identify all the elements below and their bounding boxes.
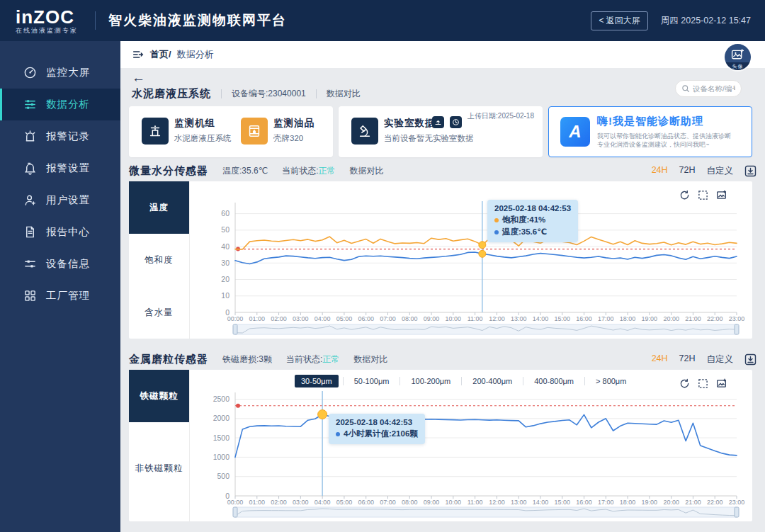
tooltip-timestamp: 2025-02-18 04:42:53 (336, 418, 418, 426)
sidebar-item-4[interactable]: 用户设置 (0, 184, 120, 216)
datazoom-handle[interactable] (233, 324, 237, 334)
datazoom-handle[interactable] (735, 507, 739, 517)
chart-tab-0[interactable]: 温度 (129, 181, 189, 234)
header-datetime: 周四 2025-02-12 15:47 (661, 15, 751, 27)
divider (461, 377, 462, 385)
svg-text:40: 40 (221, 242, 230, 251)
sidebar-item-1[interactable]: 数据分析 (0, 89, 120, 120)
sidebar-item-7[interactable]: 工厂管理 (0, 280, 120, 312)
metal-sensor-wear: 铁磁磨损:3颗 (222, 353, 272, 366)
water-sensor-chart[interactable]: 2025-02-18 04:42:53饱和度:41%温度:35.6℃ 01020… (190, 181, 752, 339)
svg-text:22:00: 22:00 (707, 315, 723, 322)
ai-assistant-card[interactable]: A 嗨!我是智能诊断助理 我可以帮你智能化诊断油品状态、提供油液诊断 专业化润滑… (548, 106, 752, 157)
sidebar-item-6[interactable]: 设备信息 (0, 248, 120, 280)
size-tab-1[interactable]: 50-100μm (348, 375, 396, 387)
sidebar-item-label: 数据分析 (46, 98, 90, 111)
range-24h[interactable]: 24H (652, 165, 668, 177)
data-compare-link[interactable]: 数据对比 (327, 88, 361, 100)
line-chart-svg-0: 010203040506000:0001:0002:0003:0004:0005… (190, 181, 752, 339)
header-divider (95, 11, 96, 30)
upload-date: 上传日期:2025-02-18 (468, 111, 534, 121)
sidebar-item-5[interactable]: 报告中心 (0, 216, 120, 248)
size-tab-2[interactable]: 100-200μm (404, 375, 457, 387)
save-image-icon[interactable] (716, 378, 727, 389)
tooltip-timestamp: 2025-02-18 04:42:53 (494, 204, 571, 213)
logo-subtitle: 在线油液监测专家 (16, 28, 78, 34)
restore-icon[interactable] (679, 190, 690, 200)
chart-tab-1[interactable]: 非铁磁颗粒 (129, 422, 189, 514)
water-compare-link[interactable]: 数据对比 (350, 165, 384, 177)
machine-unit-icon (142, 118, 169, 145)
svg-text:08:00: 08:00 (402, 315, 418, 322)
svg-text:20:00: 20:00 (663, 315, 679, 322)
metal-compare-link[interactable]: 数据对比 (353, 353, 387, 366)
chart-tooltip: 2025-02-18 04:42:534小时累计值:2106颗 (329, 414, 425, 444)
svg-text:00:00: 00:00 (227, 315, 244, 322)
return-big-screen-button[interactable]: < 返回大屏 (591, 11, 647, 30)
svg-text:20:00: 20:00 (663, 499, 679, 506)
lab-title: 实验室数据 (384, 117, 436, 130)
range-自定义[interactable]: 自定义 (707, 165, 734, 177)
logo-text: inZOC (16, 8, 78, 26)
datazoom-handle[interactable] (735, 324, 739, 334)
user-avatar[interactable]: 头像 (725, 44, 751, 70)
report-icon (23, 225, 37, 239)
user-icon (23, 193, 37, 207)
breadcrumb-menu-icon[interactable] (132, 48, 144, 61)
restore-icon[interactable] (679, 378, 690, 389)
line-chart-svg-1: 0500100015002000250000:0001:0002:0003:00… (190, 370, 752, 521)
size-tab-5[interactable]: > 800μm (589, 375, 633, 387)
monitor-unit-title: 监测机组 (174, 117, 215, 130)
metal-sensor-chart[interactable]: 30-50μm50-100μm100-200μm200-400μm400-800… (190, 370, 752, 521)
gauge-icon (23, 66, 37, 79)
breadcrumb-home[interactable]: 首页/ (150, 48, 171, 61)
water-sensor-title: 微量水分传感器 (129, 164, 208, 178)
chart-tab-1[interactable]: 饱和度 (129, 234, 189, 286)
brand-logo[interactable]: inZOC 在线油液监测专家 (16, 8, 78, 34)
svg-text:18:00: 18:00 (620, 499, 636, 506)
svg-text:15:00: 15:00 (554, 499, 570, 506)
chart-tab-0[interactable]: 铁磁颗粒 (129, 370, 189, 422)
box-zoom-icon[interactable] (698, 378, 708, 389)
chart-tab-2[interactable]: 含水量 (129, 286, 189, 339)
monitor-oil-title: 监测油品 (273, 117, 314, 130)
box-zoom-icon[interactable] (698, 190, 708, 200)
sidebar-item-label: 设备信息 (46, 257, 90, 271)
search-icon (681, 84, 690, 93)
svg-text:07:00: 07:00 (380, 499, 396, 506)
search-input[interactable] (693, 84, 735, 93)
series-dot (336, 432, 340, 436)
download-icon[interactable] (744, 165, 756, 177)
water-sensor-temp: 温度:35.6℃ (222, 165, 268, 177)
size-tab-0[interactable]: 30-50μm (295, 375, 339, 387)
range-72h[interactable]: 72H (679, 165, 696, 177)
size-tab-3[interactable]: 200-400μm (466, 375, 518, 387)
datazoom-handle[interactable] (233, 507, 237, 517)
device-icon (23, 257, 37, 271)
microscope-icon (351, 118, 378, 145)
device-search[interactable] (675, 80, 742, 97)
svg-text:11:00: 11:00 (468, 499, 483, 506)
metal-sensor-panel: 铁磁颗粒非铁磁颗粒 30-50μm50-100μm100-200μm200-40… (129, 370, 752, 521)
monitor-oil-subtitle: 壳牌320 (273, 133, 303, 144)
water-sensor-panel: 温度饱和度含水量 2025-02-18 04:42:53饱和度:41%温度:35… (129, 181, 752, 339)
sidebar-item-3[interactable]: 报警设置 (0, 152, 120, 184)
sliders-icon (23, 98, 37, 111)
sidebar-item-2[interactable]: 报警记录 (0, 120, 120, 152)
range-24h[interactable]: 24H (652, 353, 668, 366)
size-tab-4[interactable]: 400-800μm (528, 375, 580, 387)
back-arrow[interactable]: ← (132, 71, 145, 84)
svg-text:04:00: 04:00 (314, 499, 331, 506)
sidebar-item-0[interactable]: 监控大屏 (0, 57, 120, 89)
upload-icon[interactable] (432, 116, 444, 128)
download-icon[interactable] (744, 353, 756, 366)
divider (343, 377, 344, 385)
save-image-icon[interactable] (716, 190, 727, 200)
range-72h[interactable]: 72H (679, 353, 696, 366)
tooltip-line: 4小时累计值:2106颗 (336, 429, 418, 439)
water-sensor-tabs: 温度饱和度含水量 (129, 181, 190, 339)
lab-subtitle: 当前设备暂无实验室数据 (384, 133, 474, 144)
history-clock-icon[interactable] (450, 116, 462, 128)
water-sensor-header: 微量水分传感器 温度:35.6℃ 当前状态:正常 数据对比 24H72H自定义 (129, 163, 756, 179)
range-自定义[interactable]: 自定义 (707, 353, 734, 366)
